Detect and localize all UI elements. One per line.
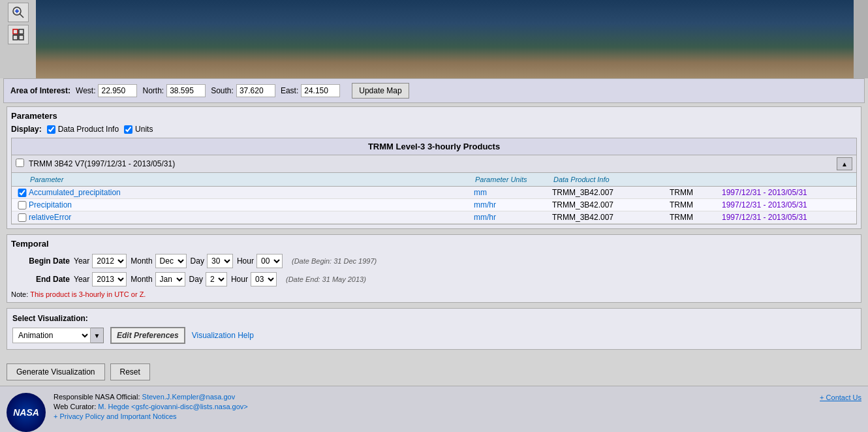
curator-email-link[interactable]: M. Hegde <gsfc-giovanni-disc@lists.nasa.… xyxy=(98,403,247,410)
map-tools xyxy=(0,0,36,78)
dates-0: 1997/12/31 - 2013/05/31 xyxy=(722,188,852,197)
end-hour-select[interactable]: 03 xyxy=(251,272,277,286)
begin-year-select[interactable]: 2012 xyxy=(92,254,127,268)
aoi-bar: Area of Interest: West: North: South: Ea… xyxy=(3,78,865,103)
crosshair-tool-btn[interactable] xyxy=(8,25,29,44)
begin-month-select[interactable]: Dec xyxy=(155,254,187,268)
svg-line-1 xyxy=(20,14,23,18)
data-product-label: Data Product Info xyxy=(58,125,119,134)
parameter-link-1[interactable]: Precipitation xyxy=(29,200,474,209)
viz-row: Animation ▼ Edit Preferences Visualizati… xyxy=(12,327,856,344)
south-field-group: South: xyxy=(211,84,275,97)
source-1: TRMM xyxy=(670,200,722,209)
east-input[interactable] xyxy=(301,84,340,97)
contact-us-link[interactable]: + Contact Us xyxy=(820,393,861,401)
begin-day-group: Day 30 xyxy=(191,254,233,268)
east-label: East: xyxy=(281,86,298,95)
source-2: TRMM xyxy=(670,213,722,222)
visualization-help-link[interactable]: Visualization Help xyxy=(192,331,254,340)
footer-right: + Contact Us xyxy=(820,393,861,402)
hour-label-end: Hour xyxy=(231,275,248,284)
begin-month-group: Month Dec xyxy=(131,254,186,268)
row-checkbox-2[interactable] xyxy=(16,213,29,222)
data-product-checkbox[interactable] xyxy=(47,125,55,134)
north-input[interactable] xyxy=(166,84,206,97)
begin-day-select[interactable]: 30 xyxy=(207,254,233,268)
east-field-group: East: xyxy=(281,84,340,97)
svg-rect-4 xyxy=(13,29,18,34)
product-table: TRMM Level-3 3-hourly Products TRMM 3B42… xyxy=(11,138,857,224)
data-product-0: TRMM_3B42.007 xyxy=(552,188,670,197)
zoom-tool-btn[interactable] xyxy=(8,3,29,22)
west-label: West: xyxy=(76,86,95,95)
parameter-link-2[interactable]: relativeError xyxy=(29,213,474,222)
footer: NASA Responsible NASA Official: Steven.J… xyxy=(0,386,868,432)
end-month-select[interactable]: Jan xyxy=(155,272,185,286)
month-label-end: Month xyxy=(131,275,152,284)
privacy-link[interactable]: + Privacy Policy and Important Notices xyxy=(54,412,177,420)
south-input[interactable] xyxy=(236,84,275,97)
product-col-headers: Parameter Parameter Units Data Product I… xyxy=(12,173,856,187)
action-row: Generate Visualization Reset xyxy=(0,358,868,386)
viz-select-dropdown-btn[interactable]: ▼ xyxy=(91,328,104,343)
table-row: relativeError mm/hr TRMM_3B42.007 TRMM 1… xyxy=(12,211,856,224)
end-year-select[interactable]: 2013 xyxy=(92,272,127,286)
update-map-button[interactable]: Update Map xyxy=(352,83,409,99)
responsible-email-link[interactable]: Steven.J.Kempler@nasa.gov xyxy=(142,393,236,401)
table-row: Accumulated_precipitation mm TRMM_3B42.0… xyxy=(12,187,856,199)
col-header-parameter: Parameter xyxy=(29,174,474,185)
west-input[interactable] xyxy=(98,84,137,97)
edit-preferences-button[interactable]: Edit Preferences xyxy=(110,327,185,344)
row-checkbox-1[interactable] xyxy=(16,201,29,209)
parameter-link-0[interactable]: Accumulated_precipitation xyxy=(29,188,474,197)
end-date-label: End Date xyxy=(11,275,70,284)
day-label-begin: Day xyxy=(191,256,204,266)
product-table-title: TRMM Level-3 3-hourly Products xyxy=(12,138,856,155)
col-header-units: Parameter Units xyxy=(474,174,552,185)
end-month-group: Month Jan xyxy=(131,272,185,286)
month-label-begin: Month xyxy=(131,256,152,266)
display-label: Display: xyxy=(11,125,42,134)
west-field-group: West: xyxy=(76,84,137,97)
product-select-all-checkbox[interactable] xyxy=(16,159,24,167)
product-sort-button[interactable]: ▲ xyxy=(837,157,852,170)
row-checkbox-0[interactable] xyxy=(16,189,29,197)
begin-year-group: Year 2012 xyxy=(74,254,127,268)
temporal-title: Temporal xyxy=(11,239,857,249)
visualization-select[interactable]: Animation xyxy=(12,328,91,343)
svg-rect-6 xyxy=(13,35,18,40)
end-year-group: Year 2013 xyxy=(74,272,127,286)
note-text: This product is 3-hourly in UTC or Z. xyxy=(30,290,146,298)
map-scrollbar[interactable] xyxy=(854,0,868,78)
visualization-section: Select Visualization: Animation ▼ Edit P… xyxy=(7,308,861,350)
viz-title: Select Visualization: xyxy=(12,314,856,323)
map-image xyxy=(36,0,854,78)
col-header-dates xyxy=(722,174,852,185)
table-row: Precipitation mm/hr TRMM_3B42.007 TRMM 1… xyxy=(12,199,856,211)
col-header-data-product: Data Product Info xyxy=(552,174,670,185)
north-field-group: North: xyxy=(142,84,206,97)
aoi-label: Area of Interest: xyxy=(10,86,70,95)
footer-curator: Web Curator: M. Hegde <gsfc-giovanni-dis… xyxy=(54,403,820,410)
units-checkbox-group: Units xyxy=(124,125,153,134)
begin-hour-select[interactable]: 00 xyxy=(256,254,283,268)
day-label-end: Day xyxy=(189,275,203,284)
product-header-row: TRMM 3B42 V7(1997/12/31 - 2013/05/31) ▲ xyxy=(12,155,856,173)
units-link-1: mm/hr xyxy=(474,200,552,209)
units-checkbox[interactable] xyxy=(124,125,132,134)
year-label-end: Year xyxy=(74,275,89,284)
units-link-2: mm/hr xyxy=(474,213,552,222)
footer-text: Responsible NASA Official: Steven.J.Kemp… xyxy=(54,393,820,422)
end-date-info: (Date End: 31 May 2013) xyxy=(286,275,366,283)
reset-button[interactable]: Reset xyxy=(110,363,150,380)
curator-label: Web Curator: xyxy=(54,403,96,410)
temporal-section: Temporal Begin Date Year 2012 Month Dec xyxy=(7,234,861,303)
units-label: Units xyxy=(135,125,153,134)
source-0: TRMM xyxy=(670,188,722,197)
end-day-select[interactable]: 2 xyxy=(206,272,227,286)
footer-responsible: Responsible NASA Official: Steven.J.Kemp… xyxy=(54,393,820,401)
end-hour-group: Hour 03 xyxy=(231,272,277,286)
begin-date-row: Begin Date Year 2012 Month Dec Day xyxy=(11,254,857,268)
nasa-logo-text: NASA xyxy=(13,407,39,418)
generate-visualization-button[interactable]: Generate Visualization xyxy=(7,363,105,380)
